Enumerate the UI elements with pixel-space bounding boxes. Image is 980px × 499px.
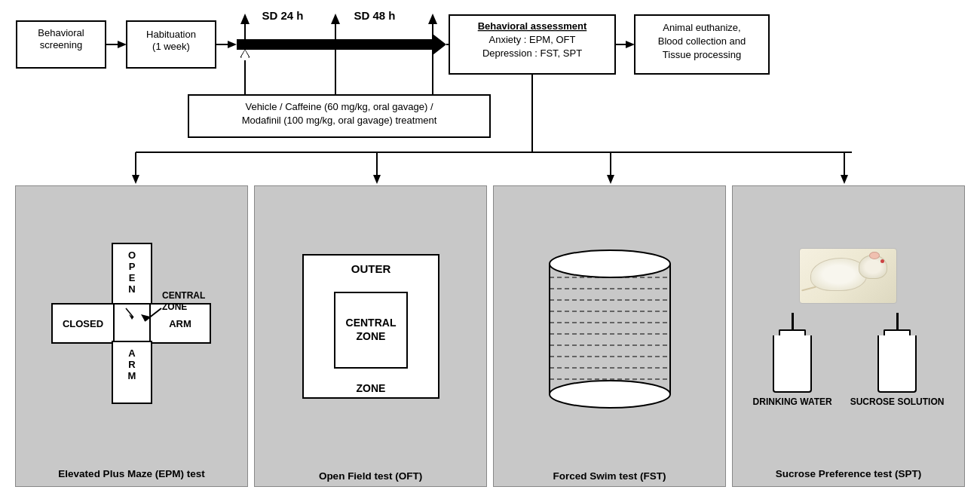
svg-text:ZONE: ZONE <box>356 330 385 342</box>
svg-marker-10 <box>240 14 250 24</box>
svg-marker-35 <box>626 41 635 48</box>
svg-text:SD 24 h: SD 24 h <box>262 9 303 22</box>
svg-text:ZONE: ZONE <box>356 382 385 394</box>
svg-point-79 <box>550 381 670 408</box>
oft-svg: OUTER ZONE CENTRAL ZONE <box>296 247 446 413</box>
oft-panel: OUTER ZONE CENTRAL ZONE Open Field test … <box>254 185 487 487</box>
svg-marker-47 <box>607 175 614 184</box>
spt-diagram-area: DRINKING WATER SUCROSE SOLUTION <box>753 192 945 464</box>
svg-point-76 <box>550 250 670 277</box>
svg-text:screening: screening <box>40 39 82 51</box>
fst-svg <box>538 247 681 413</box>
svg-text:R: R <box>128 359 136 370</box>
svg-rect-21 <box>335 39 433 50</box>
svg-text:(1 week): (1 week) <box>152 41 190 52</box>
svg-text:M: M <box>128 370 136 381</box>
svg-marker-23 <box>428 14 437 24</box>
spt-title: Sucrose Preference test (SPT) <box>776 467 922 482</box>
epm-panel: O P E N CLOSED ARM A R M <box>15 185 248 487</box>
svg-text:CENTRAL: CENTRAL <box>345 317 396 329</box>
svg-text:O: O <box>128 250 136 261</box>
svg-text:ZONE: ZONE <box>162 302 187 312</box>
svg-marker-49 <box>841 175 848 184</box>
svg-text:Tissue processing: Tissue processing <box>663 49 741 60</box>
svg-text:E: E <box>129 272 136 283</box>
svg-marker-43 <box>132 175 139 184</box>
svg-text:SD 48 h: SD 48 h <box>354 9 395 22</box>
epm-diagram-area: O P E N CLOSED ARM A R M <box>51 192 213 464</box>
sucrose-solution-label: SUCROSE SOLUTION <box>850 396 945 409</box>
spt-panel: DRINKING WATER SUCROSE SOLUTION Sucrose … <box>732 185 965 487</box>
svg-text:Vehicle / Caffeine (60 mg/kg, : Vehicle / Caffeine (60 mg/kg, oral gavag… <box>245 101 433 112</box>
svg-text:Behavioral: Behavioral <box>38 27 84 38</box>
epm-title: Elevated Plus Maze (EPM) test <box>58 467 204 482</box>
oft-title: Open Field test (OFT) <box>319 470 422 482</box>
sucrose-solution-bottle: SUCROSE SOLUTION <box>850 313 945 409</box>
svg-text:N: N <box>128 283 135 295</box>
svg-marker-9 <box>228 41 237 48</box>
svg-rect-80 <box>550 264 670 394</box>
fst-diagram-area <box>538 192 681 467</box>
svg-text:Habituation: Habituation <box>146 29 196 40</box>
svg-marker-22 <box>433 34 446 55</box>
svg-rect-16 <box>237 39 335 50</box>
svg-text:P: P <box>129 261 136 272</box>
rat-image <box>799 248 897 304</box>
top-flow-diagram: Behavioral screening Habituation (1 week… <box>15 8 965 185</box>
svg-text:Behavioral assessment: Behavioral assessment <box>478 20 587 32</box>
svg-text:Modafinil (100 mg/kg, oral gav: Modafinil (100 mg/kg, oral gavage) treat… <box>242 115 437 126</box>
oft-diagram-area: OUTER ZONE CENTRAL ZONE <box>296 192 446 467</box>
fst-panel: Forced Swim test (FST) <box>493 185 726 487</box>
epm-svg: O P E N CLOSED ARM A R M <box>51 242 213 415</box>
svg-text:CLOSED: CLOSED <box>63 318 103 329</box>
svg-text:OUTER: OUTER <box>351 262 390 275</box>
svg-text:Depression : FST, SPT: Depression : FST, SPT <box>482 47 582 59</box>
bottom-panels: O P E N CLOSED ARM A R M <box>15 185 965 487</box>
svg-rect-55 <box>112 304 152 343</box>
svg-marker-4 <box>118 41 127 48</box>
fst-title: Forced Swim test (FST) <box>553 470 666 482</box>
svg-marker-17 <box>331 14 340 24</box>
drinking-water-bottle: DRINKING WATER <box>753 313 832 409</box>
svg-text:ARM: ARM <box>169 318 191 329</box>
svg-marker-45 <box>373 175 381 184</box>
svg-text:A: A <box>128 347 136 359</box>
svg-text:Animal euthanize,: Animal euthanize, <box>663 22 740 33</box>
drinking-water-label: DRINKING WATER <box>753 396 832 409</box>
svg-text:Anxiety : EPM, OFT: Anxiety : EPM, OFT <box>489 34 576 45</box>
svg-text:CENTRAL: CENTRAL <box>162 290 205 301</box>
svg-text:Blood collection and: Blood collection and <box>658 35 746 47</box>
